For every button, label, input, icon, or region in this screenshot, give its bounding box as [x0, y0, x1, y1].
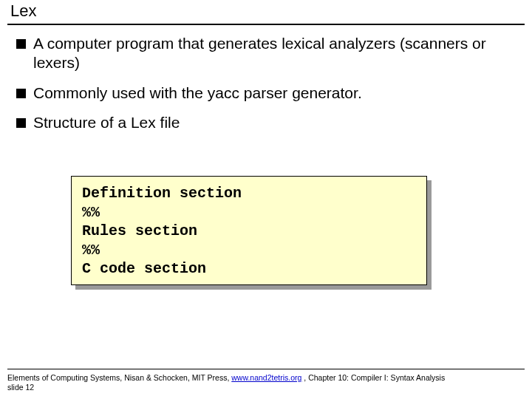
- slide-body: A computer program that generates lexica…: [16, 34, 516, 143]
- bullet-text: Structure of a Lex file: [33, 113, 516, 132]
- code-block: Definition section %% Rules section %% C…: [71, 176, 427, 285]
- bullet-item: Commonly used with the yacc parser gener…: [16, 83, 516, 103]
- footer-slide-number: slide 12: [7, 383, 34, 392]
- footer-text-post: , Chapter 10: Compiler I: Syntax Analysi…: [301, 373, 445, 382]
- bullet-item: Structure of a Lex file: [16, 113, 516, 132]
- footer: Elements of Computing Systems, Nisan & S…: [7, 373, 525, 393]
- code-block-container: Definition section %% Rules section %% C…: [71, 176, 427, 285]
- slide: Lex A computer program that generates le…: [0, 0, 532, 399]
- square-bullet-icon: [16, 89, 26, 98]
- square-bullet-icon: [16, 118, 26, 128]
- footer-rule: [7, 369, 525, 369]
- bullet-text: A computer program that generates lexica…: [33, 34, 516, 73]
- bullet-item: A computer program that generates lexica…: [16, 34, 516, 73]
- footer-text-pre: Elements of Computing Systems, Nisan & S…: [7, 373, 231, 382]
- slide-title: Lex: [10, 1, 36, 21]
- footer-link[interactable]: www.nand2tetris.org: [231, 373, 301, 382]
- title-rule: [7, 24, 525, 25]
- bullet-text: Commonly used with the yacc parser gener…: [33, 83, 516, 103]
- square-bullet-icon: [16, 39, 26, 49]
